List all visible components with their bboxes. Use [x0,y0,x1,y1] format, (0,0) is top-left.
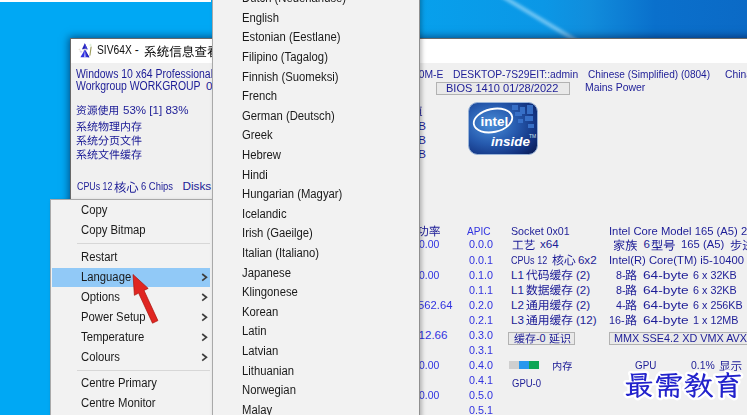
svg-text:TM: TM [529,133,536,139]
svg-text:inside: inside [491,134,531,149]
svg-text:intel: intel [481,114,509,129]
